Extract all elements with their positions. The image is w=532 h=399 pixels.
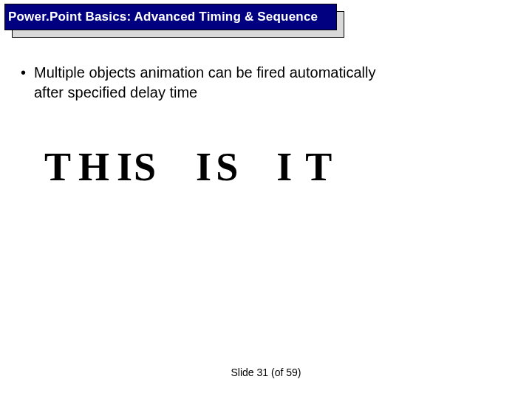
letter-i: I [117, 144, 132, 190]
letter-t: T [44, 144, 71, 190]
animated-letters: THISISIT [44, 144, 332, 190]
slide-footer: Slide 31 (of 59) [0, 366, 532, 378]
bullet-indent [21, 83, 34, 103]
bullet-block: • Multiple objects animation can be fire… [21, 63, 479, 103]
letter-h: H [78, 144, 109, 190]
letter-s-2: S [216, 144, 238, 190]
slide: Power.Point Basics: Advanced Timing & Se… [0, 0, 532, 399]
bullet-text-line2: after specified delay time [34, 83, 479, 103]
bullet-marker: • [21, 63, 34, 83]
letter-t-2: T [305, 144, 332, 190]
letter-s: S [134, 144, 156, 190]
slide-title: Power.Point Basics: Advanced Timing & Se… [4, 4, 337, 30]
letter-i-3: I [276, 144, 292, 190]
bullet-text-line1: Multiple objects animation can be fired … [34, 63, 479, 83]
letter-i-2: I [196, 144, 211, 190]
